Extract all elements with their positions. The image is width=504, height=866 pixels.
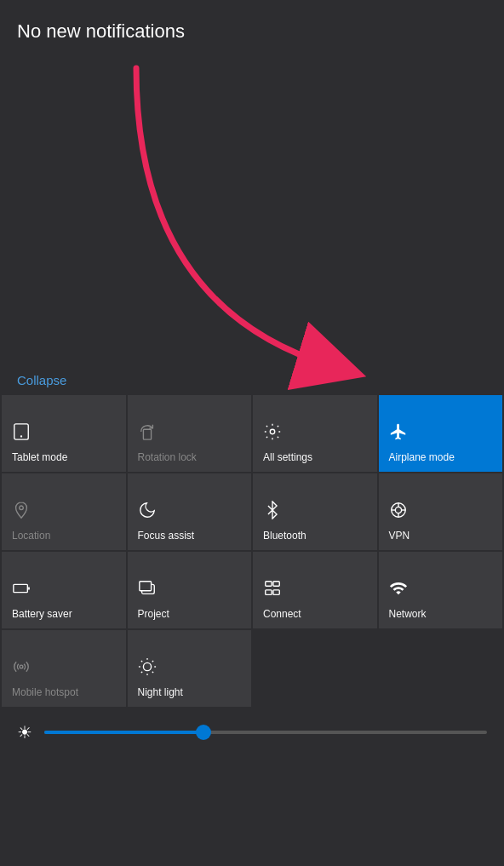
svg-rect-15 <box>266 589 272 594</box>
svg-rect-12 <box>139 581 151 590</box>
location-label: Location <box>12 530 50 542</box>
brightness-slider-track[interactable] <box>44 731 487 734</box>
battery-saver-icon <box>12 579 31 601</box>
no-notifications-text: No new notifications <box>17 20 185 43</box>
bluetooth-icon <box>263 501 282 523</box>
svg-rect-11 <box>14 584 28 592</box>
night-light-icon <box>138 657 157 680</box>
notifications-area: No new notifications <box>0 0 504 366</box>
all-settings-icon <box>263 422 282 444</box>
bluetooth-label: Bluetooth <box>263 530 306 542</box>
mobile-hotspot-label: Mobile hotspot <box>12 686 78 698</box>
location-icon <box>12 501 31 523</box>
svg-line-25 <box>152 660 152 661</box>
network-icon <box>389 579 408 601</box>
brightness-slider-thumb[interactable] <box>196 725 211 740</box>
tile-mobile-hotspot[interactable]: Mobile hotspot <box>2 630 126 707</box>
tile-connect[interactable]: Connect <box>253 552 377 628</box>
tile-location[interactable]: Location <box>2 473 126 550</box>
brightness-bar: ☀ <box>0 707 504 758</box>
svg-rect-14 <box>273 581 279 586</box>
night-light-label: Night light <box>138 686 183 698</box>
network-label: Network <box>389 608 427 620</box>
brightness-icon: ☀ <box>17 722 32 743</box>
svg-rect-16 <box>273 589 279 594</box>
tile-focus-assist[interactable]: Focus assist <box>128 473 252 550</box>
svg-point-17 <box>143 662 151 670</box>
focus-assist-label: Focus assist <box>138 530 195 542</box>
connect-icon <box>263 579 282 601</box>
connect-label: Connect <box>263 608 301 620</box>
svg-line-20 <box>140 660 141 661</box>
airplane-mode-icon <box>389 422 408 444</box>
tile-night-light[interactable]: Night light <box>128 630 252 707</box>
airplane-mode-label: Airplane mode <box>389 451 455 463</box>
all-settings-label: All settings <box>263 451 312 463</box>
svg-rect-2 <box>143 429 151 439</box>
tile-network[interactable]: Network <box>379 552 503 628</box>
project-label: Project <box>138 608 169 620</box>
rotation-lock-label: Rotation lock <box>138 451 197 463</box>
svg-point-3 <box>270 429 275 434</box>
tile-tablet-mode[interactable]: Tablet mode <box>2 395 126 472</box>
rotation-lock-icon <box>138 422 157 444</box>
svg-point-4 <box>20 506 24 510</box>
focus-assist-icon <box>138 501 157 523</box>
svg-line-24 <box>140 671 141 672</box>
quick-actions-grid: Tablet modeRotation lockAll settingsAirp… <box>0 395 504 707</box>
vpn-label: VPN <box>389 530 410 542</box>
battery-saver-label: Battery saver <box>12 608 72 620</box>
tile-bluetooth[interactable]: Bluetooth <box>253 473 377 550</box>
tile-airplane-mode[interactable]: Airplane mode <box>379 395 503 472</box>
collapse-row: Collapse <box>0 366 504 395</box>
tile-rotation-lock[interactable]: Rotation lock <box>128 395 252 472</box>
tile-project[interactable]: Project <box>128 552 252 628</box>
svg-rect-13 <box>266 581 272 586</box>
tile-vpn[interactable]: VPN <box>379 473 503 550</box>
brightness-slider-fill <box>44 731 203 734</box>
vpn-icon <box>389 501 408 523</box>
collapse-button[interactable]: Collapse <box>17 373 66 387</box>
project-icon <box>138 579 157 601</box>
tile-all-settings[interactable]: All settings <box>253 395 377 472</box>
tablet-mode-label: Tablet mode <box>12 451 67 463</box>
tablet-mode-icon <box>12 422 31 444</box>
tile-battery-saver[interactable]: Battery saver <box>2 552 126 628</box>
svg-line-21 <box>152 671 152 672</box>
mobile-hotspot-icon <box>12 657 31 680</box>
svg-point-6 <box>395 507 401 513</box>
